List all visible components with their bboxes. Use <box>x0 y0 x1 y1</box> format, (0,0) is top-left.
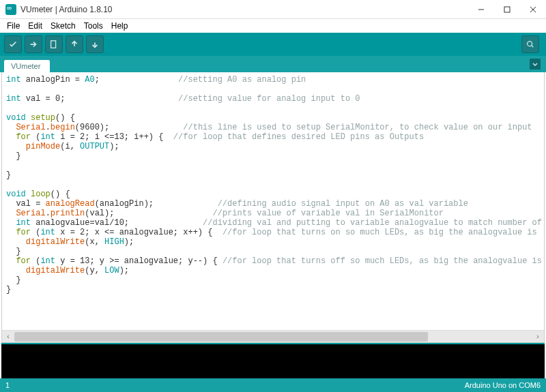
statusbar: 1 Arduino Uno on COM6 <box>0 378 546 392</box>
editor-area: int analogPin = A0; //setting A0 as anal… <box>1 72 545 343</box>
save-button[interactable] <box>86 35 104 53</box>
svg-rect-1 <box>504 7 510 12</box>
horizontal-scrollbar[interactable]: ‹ › <box>2 330 544 342</box>
menu-sketch[interactable]: Sketch <box>46 20 80 32</box>
open-button[interactable] <box>66 35 83 53</box>
status-line-number: 1 <box>5 381 10 389</box>
close-button[interactable] <box>520 0 546 19</box>
window-title: VUmeter | Arduino 1.8.10 <box>20 5 468 14</box>
code-editor[interactable]: int analogPin = A0; //setting A0 as anal… <box>2 72 544 330</box>
serial-monitor-button[interactable] <box>521 35 539 53</box>
arduino-icon <box>5 4 16 15</box>
svg-line-6 <box>532 46 534 48</box>
scroll-thumb[interactable] <box>14 332 428 342</box>
tabbar: VUmeter <box>0 56 546 72</box>
status-board: Arduino Uno on COM6 <box>465 381 541 389</box>
scroll-left-icon[interactable]: ‹ <box>2 331 14 343</box>
scroll-track[interactable] <box>14 331 532 343</box>
svg-rect-4 <box>51 41 56 48</box>
minimize-button[interactable] <box>468 0 494 19</box>
svg-point-5 <box>528 42 532 46</box>
maximize-button[interactable] <box>494 0 520 19</box>
verify-button[interactable] <box>4 35 22 53</box>
tab-vumeter[interactable]: VUmeter <box>4 60 50 72</box>
menu-help[interactable]: Help <box>107 20 132 32</box>
new-button[interactable] <box>45 35 63 53</box>
menu-edit[interactable]: Edit <box>24 20 46 32</box>
scroll-right-icon[interactable]: › <box>532 331 544 343</box>
console-output <box>1 343 545 378</box>
toolbar <box>0 33 546 56</box>
menubar: File Edit Sketch Tools Help <box>0 19 546 33</box>
tab-menu-icon[interactable] <box>530 59 541 70</box>
titlebar: VUmeter | Arduino 1.8.10 <box>0 0 546 19</box>
upload-button[interactable] <box>25 35 42 53</box>
menu-tools[interactable]: Tools <box>80 20 107 32</box>
menu-file[interactable]: File <box>3 20 24 32</box>
window-controls <box>468 0 546 19</box>
